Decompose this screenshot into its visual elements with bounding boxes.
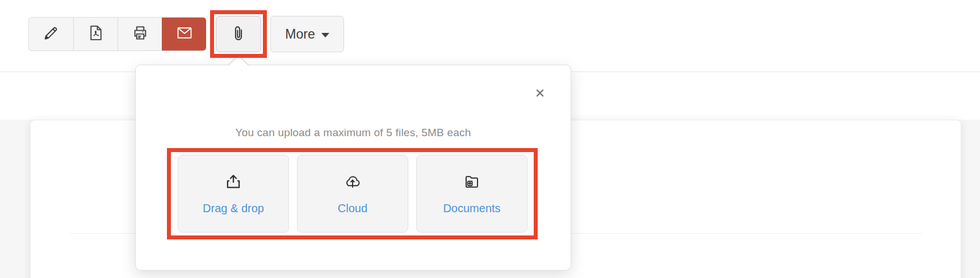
mail-icon (176, 24, 193, 44)
attachment-icon (229, 23, 248, 45)
more-button[interactable]: More (270, 16, 344, 52)
caret-down-icon (321, 33, 329, 37)
folder-plus-icon (463, 172, 481, 193)
upload-options-row: Drag & drop Cloud (178, 155, 527, 233)
upload-option-cloud[interactable]: Cloud (297, 155, 408, 233)
page: More ✕ You can upload a maximum of 5 fil… (0, 0, 980, 278)
edit-button[interactable] (29, 18, 73, 50)
upload-option-label: Drag & drop (203, 202, 264, 215)
print-icon (132, 24, 149, 44)
upload-icon (224, 172, 242, 193)
popover-arrow (228, 55, 249, 76)
pdf-icon (87, 24, 104, 44)
print-button[interactable] (118, 18, 162, 50)
toolbar-button-group (28, 17, 206, 51)
upload-option-documents[interactable]: Documents (416, 155, 527, 233)
attachment-upload-popover: ✕ You can upload a maximum of 5 files, 5… (135, 65, 571, 271)
send-email-button[interactable] (162, 18, 206, 50)
close-popover-button[interactable]: ✕ (532, 86, 548, 102)
attachment-button[interactable] (216, 16, 261, 52)
upload-option-label: Documents (443, 202, 500, 215)
pencil-icon (43, 24, 60, 44)
upload-limit-message: You can upload a maximum of 5 files, 5MB… (136, 127, 571, 139)
upload-option-label: Cloud (338, 202, 367, 215)
upload-option-drag-drop[interactable]: Drag & drop (178, 155, 289, 233)
close-icon: ✕ (535, 86, 545, 101)
cloud-upload-icon (344, 172, 362, 193)
export-pdf-button[interactable] (73, 18, 118, 50)
more-button-label: More (285, 27, 315, 42)
